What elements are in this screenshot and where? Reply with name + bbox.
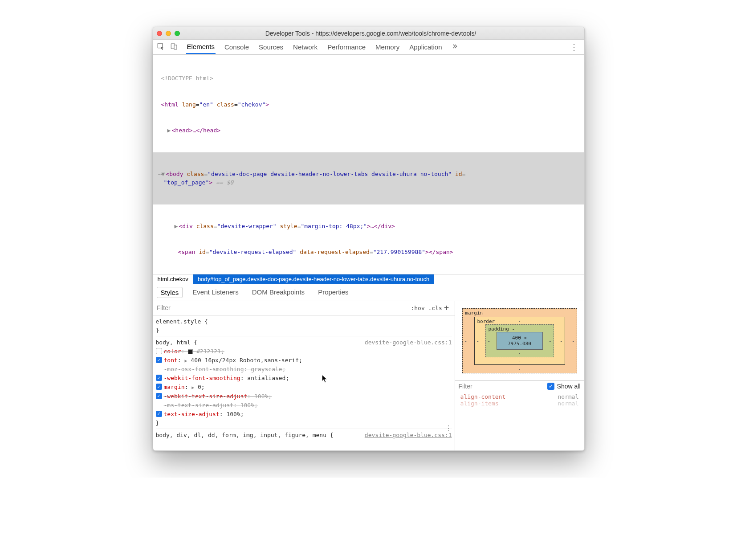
device-toolbar-icon[interactable] <box>170 42 178 52</box>
checkbox-checked-icon: ✓ <box>547 383 554 390</box>
subtab-dom-breakpoints[interactable]: DOM Breakpoints <box>248 287 308 298</box>
sidebar-tabs: Styles Event Listeners DOM Breakpoints P… <box>153 284 584 301</box>
breadcrumb-html[interactable]: html.chekov <box>153 274 193 284</box>
computed-filter-input[interactable]: Filter <box>459 383 472 390</box>
tab-console[interactable]: Console <box>224 41 250 53</box>
tab-application[interactable]: Application <box>408 41 443 53</box>
source-link[interactable]: devsite-google-blue.css:1 <box>365 338 452 347</box>
toggle-checkbox[interactable]: ✓ <box>156 384 162 390</box>
dom-body-selected[interactable]: ⋯▼<body class="devsite-doc-page devsite-… <box>153 152 584 204</box>
toggle-checkbox[interactable]: ✓ <box>156 375 162 381</box>
devtools-window: Developer Tools - https://developers.goo… <box>153 27 585 451</box>
styles-columns: Filter :hov .cls + element.style { } dev… <box>153 301 584 450</box>
tab-memory[interactable]: Memory <box>375 41 400 53</box>
tab-elements[interactable]: Elements <box>186 40 216 54</box>
computed-properties[interactable]: align-content normal align-items normal <box>455 392 584 409</box>
decl-webkit-text-size-adjust[interactable]: ✓ -webkit-text-size-adjust: 100%; <box>156 392 452 401</box>
computed-row[interactable]: align-content normal <box>460 393 579 400</box>
tab-network[interactable]: Network <box>292 41 318 53</box>
decl-text-size-adjust[interactable]: ✓ text-size-adjust: 100%; <box>156 410 452 419</box>
settings-menu-icon[interactable]: ⋮ <box>567 42 581 52</box>
computed-panel: margin - - - - border - - - - padding <box>455 301 584 450</box>
new-style-rule-button[interactable]: + <box>442 303 451 313</box>
show-all-toggle[interactable]: ✓ Show all <box>547 383 581 390</box>
expand-icon[interactable]: ▶ <box>175 222 179 231</box>
expand-icon[interactable]: ▶ <box>167 126 172 135</box>
styles-filter-input[interactable]: Filter <box>157 304 171 311</box>
collapse-icon[interactable]: ▼ <box>161 170 166 179</box>
element-style-block[interactable]: element.style { } <box>156 317 452 336</box>
toggle-checkbox[interactable]: ✓ <box>156 393 162 399</box>
tab-performance[interactable]: Performance <box>326 41 366 53</box>
main-toolbar: Elements Console Sources Network Perform… <box>153 40 584 55</box>
dom-tree[interactable]: <!DOCTYPE html> <html lang="en" class="c… <box>153 55 584 274</box>
svg-rect-2 <box>174 45 177 49</box>
styles-panel: Filter :hov .cls + element.style { } dev… <box>153 301 455 450</box>
more-tabs-icon[interactable] <box>451 43 458 51</box>
dom-span-elapsed[interactable]: <span id="devsite-request-elapsed" data-… <box>156 248 582 257</box>
box-model-content: 400 × 7975.080 <box>497 332 543 350</box>
tab-sources[interactable]: Sources <box>258 41 284 53</box>
styles-rules: element.style { } devsite-google-blue.cs… <box>153 315 455 450</box>
titlebar: Developer Tools - https://developers.goo… <box>153 27 584 40</box>
dom-head[interactable]: ▶<head>…</head> <box>156 126 582 135</box>
decl-webkit-font-smoothing[interactable]: ✓ -webkit-font-smoothing: antialiased; <box>156 374 452 383</box>
toggle-checkbox[interactable]: ✓ <box>156 411 162 417</box>
dom-breadcrumb: html.chekov body#top_of_page.devsite-doc… <box>153 274 584 284</box>
computed-filter-row: Filter ✓ Show all <box>455 380 584 392</box>
styles-filter-row: Filter :hov .cls + <box>153 301 455 315</box>
decl-ms-text-size-adjust[interactable]: -ms-text-size-adjust: 100%; <box>156 401 452 410</box>
decl-color[interactable]: color: #212121; <box>156 347 452 356</box>
subtab-styles[interactable]: Styles <box>157 287 183 298</box>
box-model-padding-label: padding - <box>489 326 515 332</box>
inspect-element-icon[interactable] <box>157 42 165 52</box>
panel-tabs: Elements Console Sources Network Perform… <box>186 40 458 54</box>
ellipsis-icon: ⋯ <box>159 171 162 177</box>
breadcrumb-spacer <box>434 274 584 284</box>
toggle-checkbox[interactable]: ✓ <box>156 357 162 363</box>
subtab-properties[interactable]: Properties <box>314 287 352 298</box>
rule-body-html[interactable]: devsite-google-blue.css:1 body, html { c… <box>156 338 452 429</box>
dom-div-wrapper[interactable]: ▶<div class="devsite-wrapper" style="mar… <box>156 222 582 231</box>
cls-toggle[interactable]: .cls <box>428 305 442 311</box>
computed-row[interactable]: align-items normal <box>460 400 579 407</box>
decl-moz-osx[interactable]: -moz-osx-font-smoothing: grayscale; <box>156 365 452 374</box>
subtab-event-listeners[interactable]: Event Listeners <box>189 287 242 298</box>
decl-margin[interactable]: ✓ margin: ▶ 0; <box>156 383 452 392</box>
box-model-border-label: border <box>477 319 495 324</box>
window-title: Developer Tools - https://developers.goo… <box>161 30 581 37</box>
breadcrumb-body[interactable]: body#top_of_page.devsite-doc-page.devsit… <box>193 274 434 284</box>
box-model[interactable]: margin - - - - border - - - - padding <box>455 301 584 380</box>
hov-toggle[interactable]: :hov <box>411 305 424 311</box>
toggle-checkbox[interactable] <box>156 348 162 354</box>
source-link[interactable]: devsite-google-blue.css:1 <box>365 431 452 440</box>
dom-html-open[interactable]: <html lang="en" class="chekov"> <box>156 100 582 109</box>
expand-shorthand-icon[interactable]: ▶ <box>184 357 187 364</box>
rule-body-div-etc[interactable]: devsite-google-blue.css:1 body, div, dl,… <box>156 431 452 441</box>
rule-menu-icon[interactable]: ⋮ <box>445 423 452 434</box>
decl-font[interactable]: ✓ font: ▶ 400 16px/24px Roboto,sans-seri… <box>156 356 452 365</box>
box-model-margin-label: margin <box>465 310 483 316</box>
color-swatch-icon[interactable] <box>188 349 193 354</box>
expand-shorthand-icon[interactable]: ▶ <box>191 384 194 391</box>
dom-doctype[interactable]: <!DOCTYPE html> <box>156 74 582 83</box>
